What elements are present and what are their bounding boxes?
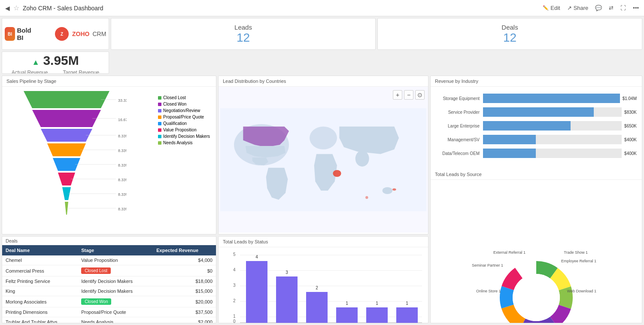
legend-dot [158, 115, 161, 119]
leads-kpi: Leads 12 [111, 18, 376, 50]
donut-container: External Referral 1 Trade Show 1 Employe… [493, 255, 579, 324]
map-controls: + − ⊙ [393, 90, 425, 100]
svg-point-26 [310, 127, 337, 149]
edit-button[interactable]: ✏️ Edit [543, 5, 560, 11]
deal-revenue: $0 [153, 265, 216, 276]
deals-value: 12 [503, 31, 516, 45]
svg-rect-56 [276, 276, 298, 323]
source-label-employee: Employee Referral 1 [561, 259, 596, 263]
deal-name: Morlong Associates [2, 296, 78, 307]
bar-fill [483, 149, 536, 158]
deals-title: Deals [2, 237, 216, 245]
svg-point-28 [355, 151, 369, 167]
page-title: Zoho CRM - Sales Dashboard [23, 5, 103, 12]
svg-text:3: 3 [233, 283, 236, 288]
map-zoom-in[interactable]: + [393, 90, 402, 100]
deals-card: Deals Deal Name Stage Expected Revenue C… [2, 236, 216, 323]
deal-stage: Needs Analysis [78, 317, 153, 324]
leads-label: Leads [234, 24, 252, 31]
topbar: ◀ ☆ Zoho CRM - Sales Dashboard ✏️ Edit ↗… [0, 0, 644, 16]
map-reset[interactable]: ⊙ [415, 90, 425, 100]
status-card: Total Leads by Status 5 4 3 2 1 0 [218, 236, 428, 323]
legend-dot [158, 103, 161, 106]
source-label-online: Online Store 1 [476, 289, 501, 293]
funnel-svg-area: 33.33% 16.67% 8.33% 8.33% 8.33% 8.3 [6, 91, 156, 221]
deal-revenue: $15,000 [153, 286, 216, 296]
svg-text:2: 2 [316, 286, 318, 290]
deal-stage: Identify Decision Makers [78, 276, 153, 286]
legend-item-qualification: Qualification [158, 121, 210, 126]
status-title: Total Leads by Status [219, 237, 428, 247]
back-icon[interactable]: ◀ [5, 5, 10, 12]
svg-text:1: 1 [376, 301, 378, 306]
funnel-container: 33.33% 16.67% 8.33% 8.33% 8.33% 8.3 [2, 87, 216, 233]
table-row: Morlong Associates Closed Won $20,000 [2, 296, 216, 307]
table-row: King Identify Decision Makers $15,000 [2, 286, 216, 296]
svg-text:8.33%: 8.33% [118, 207, 127, 211]
legend-dot [158, 135, 161, 138]
kpi-section: BI Bold BI Z ZOHO CRM Leads 12 Deals 12 … [2, 18, 642, 74]
revenue-arrow: ▲ [32, 58, 39, 67]
bar-fill [483, 135, 536, 144]
funnel-svg: 33.33% 16.67% 8.33% 8.33% 8.33% 8.3 [6, 91, 127, 220]
star-icon[interactable]: ☆ [13, 4, 19, 12]
table-row: Chemel Value Proposition $4,000 [2, 255, 216, 265]
more-icon[interactable]: ••• [633, 5, 639, 11]
legend-item-needs: Needs Analysis [158, 140, 210, 145]
source-label-seminar: Seminar Partner 1 [472, 263, 503, 267]
zoho-icon: Z [55, 27, 69, 41]
boldbi-logo: BI Bold BI [5, 27, 34, 41]
svg-marker-0 [24, 91, 109, 108]
table-row: Truhlar And Truhlar Attys Needs Analysis… [2, 317, 216, 324]
revenue-kpi: Sales Revenue ▲ 3.95M Actual Revenue 4.0… [2, 52, 109, 74]
funnel-card: Sales Pipeline by Stage 33.33% 16.67% 8.… [2, 76, 216, 234]
svg-point-29 [383, 187, 392, 194]
legend-dot [158, 109, 161, 112]
funnel-title: Sales Pipeline by Stage [2, 76, 216, 87]
deal-name: Feltz Printing Service [2, 276, 78, 286]
topbar-actions: ✏️ Edit ↗ Share 💬 ⇄ ⛶ ••• [543, 5, 639, 11]
legend-item-proposal: Proposal/Price Quote [158, 115, 210, 119]
svg-point-30 [392, 188, 396, 191]
source-title: Total Leads by Source [431, 169, 642, 180]
svg-text:2: 2 [233, 298, 236, 303]
map-zoom-out[interactable]: − [404, 90, 413, 100]
dashboard: BI Bold BI Z ZOHO CRM Leads 12 Deals 12 … [0, 16, 644, 325]
source-label-external: External Referral 1 [493, 250, 526, 255]
table-row: Printing Dimensions Proposal/Price Quote… [2, 307, 216, 317]
deals-kpi: Deals 12 [377, 18, 642, 50]
world-map-svg [220, 108, 426, 211]
deal-name: King [2, 286, 78, 296]
closed-lost-badge: Closed Lost [81, 267, 111, 274]
legend-item-closed-won: Closed Won [158, 102, 210, 106]
actual-revenue: Actual Revenue 4.09M [12, 70, 48, 74]
bar-row-data: Data/Telecom OEM $400K [436, 149, 637, 158]
deal-stage: Identify Decision Makers [78, 286, 153, 296]
deals-thead: Deal Name Stage Expected Revenue [2, 245, 216, 255]
svg-rect-62 [336, 307, 358, 323]
svg-rect-68 [396, 307, 418, 323]
legend-item-decision: Identify Decision Makers [158, 134, 210, 139]
rev-separator: | [55, 70, 56, 74]
connect-icon[interactable]: ⇄ [609, 5, 614, 11]
industry-bars: Storage Equipment $1.04M Service Provide… [431, 87, 642, 166]
bar-row-service: Service Provider $830K [436, 107, 637, 117]
closed-won-badge: Closed Won [81, 298, 111, 305]
bar-row-enterprise: Large Enterprise $650K [436, 121, 637, 131]
svg-point-40 [513, 274, 560, 321]
status-bar-chart: 5 4 3 2 1 0 4 Contact in 3 [224, 251, 423, 323]
deal-stage: Proposal/Price Quote [78, 307, 153, 317]
svg-text:8.33%: 8.33% [118, 149, 127, 153]
deal-stage: Closed Lost [78, 265, 153, 276]
svg-text:33.33%: 33.33% [118, 98, 127, 103]
share-button[interactable]: ↗ Share [567, 5, 589, 11]
svg-rect-53 [246, 261, 267, 323]
svg-text:8.33%: 8.33% [118, 178, 127, 182]
deal-revenue: $4,000 [153, 255, 216, 265]
comment-icon[interactable]: 💬 [595, 5, 602, 11]
boldbi-icon: BI [5, 27, 15, 41]
share-icon: ↗ [567, 5, 572, 11]
expand-icon[interactable]: ⛶ [620, 5, 626, 11]
legend-item-negotiation: Negotiation/Review [158, 108, 210, 113]
svg-text:1: 1 [233, 314, 236, 319]
